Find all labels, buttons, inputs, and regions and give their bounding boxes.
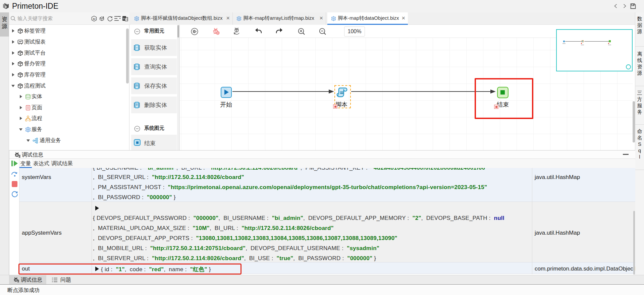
svg-text:AI: AI	[93, 17, 96, 20]
svg-text:En: En	[123, 17, 126, 20]
